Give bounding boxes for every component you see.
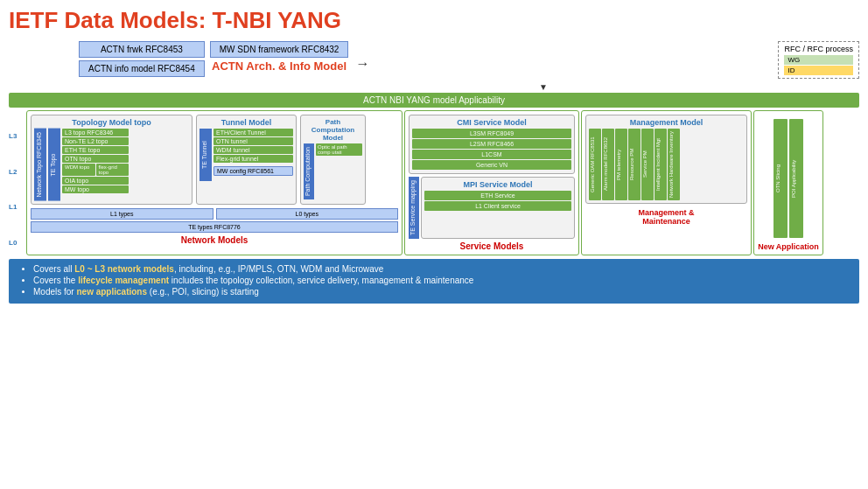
te-topo-section: TE Topo L3 topo RFC8346 Non-TE L2 topo E… [48,129,129,201]
bottom-info-bar: Covers all L0 ~ L3 network models, inclu… [9,259,859,304]
mgmt-col-pm-tel: PM telemetry [615,129,627,200]
actn-left-boxes: ACTN frwk RFC8453 ACTN info model RFC845… [79,41,205,77]
te-types-bar: TE types RFC8776 [31,221,398,233]
mpi-box: MPI Service Model ETH Service L1 Client … [421,177,575,239]
tunnel-items-list: ETH/Client Tunnel OTN tunnel WDM tunnel … [214,129,293,181]
mw-sdn-box: MW SDN framework RFC8432 [210,41,349,58]
new-app-otn-slicing: OTN Slicing [774,119,788,238]
service-models-label: Service Models [409,241,575,251]
page-title: IETF Data Models: T-NBI YANG [9,7,859,34]
l2-marker: L2 [9,168,24,176]
topology-inner: Network Topo RFC8345 TE Topo L3 topo RFC… [34,129,189,201]
l1-types-bar: L1 types [31,208,214,220]
rfc-id-label: ID [784,66,853,75]
new-app-label: New Application [758,242,819,251]
highlight-lifecycle: lifecycle management [78,276,169,285]
te-service-col: TE Service mapping [409,177,419,239]
topo-item-wdm: WDM topo [62,164,95,176]
management-label: Management &Maintenance [585,208,747,226]
new-app-section: OTN Slicing POI Applicability New Applic… [753,110,823,255]
highlight-l0-l3: L0 ~ L3 network models [74,264,174,274]
mpi-item-l1: L1 Client service [424,201,571,211]
topo-item-l3: L3 topo RFC8346 [62,129,129,136]
topo-item-non-te: Non-TE L2 topo [62,137,129,145]
rfc-wg-label: WG [784,55,853,65]
level-markers: L3 L2 L1 L0 [9,110,24,255]
network-topo-column: Network Topo RFC8345 [34,129,46,201]
type-bars: L1 types L0 types TE types RFC8776 [31,208,398,233]
cmi-item-l3sm: L3SM RFC8049 [412,129,571,138]
tunnel-item-flexgrid: Flex-grid tunnel [214,155,293,163]
topo-item-mw: MW topo [62,185,129,193]
te-topo-label: TE Topo [48,129,60,201]
mgmt-col-res-pm: Resource PM [628,129,640,200]
mgmt-col-alarm: Alarm model RFC8632 [602,129,614,200]
main-content-area: L3 L2 L1 L0 Topology Model topo Network … [9,110,859,255]
topo-item-eth: ETH TE topo [62,146,129,154]
path-comp-title: Path Computation Model [304,118,362,142]
mgmt-cols-row: Generic OAM RFC8531 Alarm model RFC8632 … [589,129,744,200]
rfc-legend: RFC / RFC process WG ID [778,41,859,79]
topo-item-otn: OTN topo [62,155,129,163]
topo-item-flexgrid: flex-grid topo [96,164,130,176]
l3-marker: L3 [9,132,24,140]
network-topo-label: Network Topo RFC8345 [34,129,46,201]
applicability-bar: ACTN NBI YANG model Applicability [9,93,859,108]
path-comp-label: Path Computation [304,143,314,199]
mpi-item-eth: ETH Service [424,191,571,200]
mpi-title: MPI Service Model [424,180,571,189]
cmi-item-gvn: Generic VN [412,160,571,170]
top-section: ACTN frwk RFC8453 ACTN info model RFC845… [9,41,859,77]
main-container: IETF Data Models: T-NBI YANG ACTN frwk R… [0,0,868,489]
tunnel-inner: TE Tunnel ETH/Client Tunnel OTN tunnel W… [200,129,293,181]
mgmt-col-oam: Generic OAM RFC8531 [589,129,601,200]
nm-top-row: Topology Model topo Network Topo RFC8345… [31,115,398,205]
new-app-cols: OTN Slicing POI Applicability [774,119,803,238]
network-models-label: Network Models [31,235,398,245]
bullet-1: Covers all L0 ~ L3 network models, inclu… [33,264,850,274]
mgmt-col-svc-pm: Service PM [641,129,654,200]
mgmt-col-hw-inv: Network Hardware Inventory [668,129,680,200]
te-tunnel-label: TE Tunnel [200,129,212,181]
service-models-section: CMI Service Model L3SM RFC8049 L2SM RFC8… [404,110,579,255]
new-app-poi: POI Applicability [789,119,803,238]
bottom-bullets-list: Covers all L0 ~ L3 network models, inclu… [18,264,850,297]
highlight-new-apps: new applications [76,287,147,297]
tunnel-model-box: Tunnel Model TE Tunnel ETH/Client Tunnel… [196,115,297,205]
l0-marker: L0 [9,239,24,247]
type-bar-row1: L1 types L0 types [31,208,398,220]
cmi-item-l1csm: L1CSM [412,150,571,159]
path-comp-inner: Path Computation Optic al path comp utat… [304,143,362,199]
cmi-item-l2sm: L2SM RFC8466 [412,139,571,149]
actn-info-box: ACTN info model RFC8454 [79,60,205,77]
l0-types-bar: L0 types [216,208,399,220]
tunnel-item-wdm: WDM tunnel [214,146,293,154]
topology-title: Topology Model topo [34,118,189,127]
rfc-legend-title: RFC / RFC process [784,45,853,53]
actn-frwk-box: ACTN frwk RFC8453 [79,41,205,58]
mgmt-title: Management Model [589,118,744,127]
tunnel-item-otn: OTN tunnel [214,137,293,145]
te-service-mapping-label: TE Service mapping [409,177,419,239]
arrow-down [228,80,859,93]
network-models-section: Topology Model topo Network Topo RFC8345… [26,110,402,255]
l1-marker: L1 [9,203,24,211]
actn-arch-label: ACTN Arch. & Info Model [210,58,349,74]
topology-model-box: Topology Model topo Network Topo RFC8345… [31,115,192,205]
arrow-right: → [355,56,369,72]
cmi-title: CMI Service Model [412,118,571,127]
te-mpi-row: TE Service mapping MPI Service Model ETH… [409,177,575,239]
management-section: Management Model Generic OAM RFC8531 Ala… [581,110,752,255]
mgmt-box: Management Model Generic OAM RFC8531 Ala… [585,115,747,204]
path-comp-item-optic: Optic al path comp utati [316,143,362,156]
path-comp-items: Optic al path comp utati [316,143,362,199]
mgmt-col-incident: Intelligent Incident Mgt [654,129,667,200]
topo-items-list: L3 topo RFC8346 Non-TE L2 topo ETH TE to… [62,129,129,201]
tunnel-item-eth: ETH/Client Tunnel [214,129,293,136]
topo-item-oia: OIA topo [62,177,129,185]
bullet-3: Models for new applications (e.g., POI, … [33,287,850,297]
bullet-2: Covers the lifecycle management includes… [33,276,850,285]
tunnel-item-mw: MW config RFC8561 [214,166,293,176]
tunnel-title: Tunnel Model [200,118,293,127]
cmi-box: CMI Service Model L3SM RFC8049 L2SM RFC8… [409,115,575,174]
